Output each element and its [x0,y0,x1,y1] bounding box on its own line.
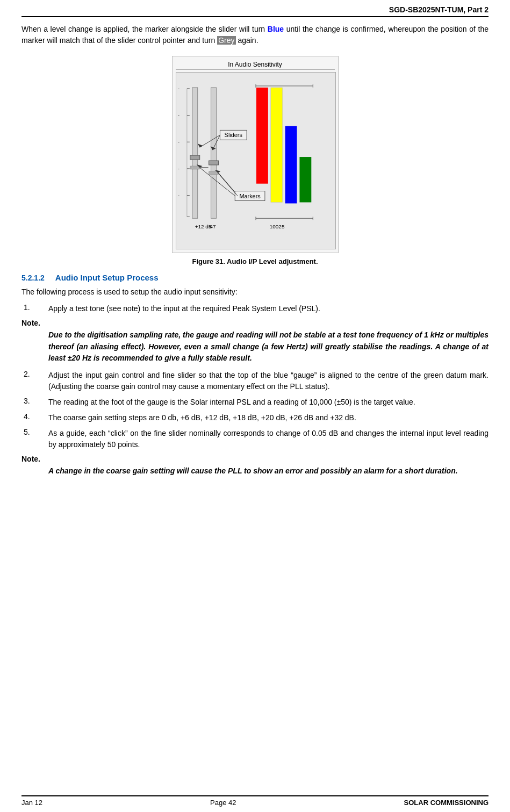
list-item: 1. Apply a test tone (see note) to the i… [21,303,489,314]
header-title: SGD-SB2025NT-TUM, Part 2 [389,5,489,14]
intro-paragraph: When a level change is applied, the mark… [21,24,489,46]
numbered-list-2: 2. Adjust the input gain control and fin… [21,370,489,450]
figure-svg: - - - - - [176,72,336,249]
grey-word: Grey [217,36,235,45]
svg-text:47: 47 [210,224,216,229]
list-content-1: Apply a test tone (see note) to the inpu… [48,303,489,314]
intro-text-after-grey: again. [236,36,258,45]
svg-text:-: - [177,139,179,145]
note2-body: A change in the coarse gain setting will… [48,465,489,477]
svg-text:-: - [177,113,179,118]
note1-label: Note. [21,319,489,327]
section-number: 5.2.1.2 [21,274,45,282]
intro-section-text: The following process is used to setup t… [21,286,489,298]
svg-text:Markers: Markers [239,193,261,199]
svg-rect-12 [192,88,197,218]
svg-text:Sliders: Sliders [224,132,242,138]
list-content-5: As a guide, each “click” on the fine sli… [48,428,489,450]
svg-text:10025: 10025 [269,224,284,229]
figure-caption: Figure 31. Audio I/P Level adjustment. [192,257,318,265]
note1-body: Due to the digitisation sampling rate, t… [48,329,489,364]
svg-rect-22 [285,126,297,203]
list-item-4: 4. The coarse gain setting steps are 0 d… [21,412,489,423]
svg-text:-: - [177,166,179,171]
footer-bar: Jan 12 Page 42 SOLAR COMMISSIONING [21,795,489,807]
svg-rect-14 [190,166,199,169]
page: SGD-SB2025NT-TUM, Part 2 When a level ch… [0,0,510,812]
blue-word: Blue [268,25,284,33]
section-heading: 5.2.1.2 Audio Input Setup Process [21,273,489,282]
figure-container: In Audio Sensitivity - - - - - [21,56,489,265]
list-content-3: The reading at the foot of the gauge is … [48,397,489,408]
svg-rect-16 [211,88,216,218]
note2-label: Note. [21,455,489,463]
svg-rect-23 [299,157,311,202]
svg-marker-33 [197,143,203,147]
list-content-4: The coarse gain setting steps are 0 db, … [48,412,489,423]
svg-rect-13 [190,155,199,160]
svg-rect-17 [209,161,218,165]
list-num-4: 4. [21,412,48,421]
list-item-3: 3. The reading at the foot of the gauge … [21,397,489,408]
list-num-1: 1. [21,303,48,312]
list-item-5: 5. As a guide, each “click” on the fine … [21,428,489,450]
svg-rect-20 [256,88,268,184]
list-num-2: 2. [21,370,48,378]
figure-title-bar: In Audio Sensitivity [176,60,335,70]
svg-text:-: - [177,86,179,91]
intro-text-before-blue: When a level change is applied, the mark… [21,25,268,33]
footer-right: SOLAR COMMISSIONING [404,799,489,807]
header-bar: SGD-SB2025NT-TUM, Part 2 [21,5,489,17]
list-num-3: 3. [21,397,48,405]
list-num-5: 5. [21,428,48,436]
list-content-2: Adjust the input gain control and fine s… [48,370,489,392]
svg-rect-21 [270,88,282,203]
svg-text:-: - [177,193,179,198]
section-title: Audio Input Setup Process [55,273,159,282]
footer-center: Page 42 [210,799,236,807]
list-item-2: 2. Adjust the input gain control and fin… [21,370,489,392]
numbered-list: 1. Apply a test tone (see note) to the i… [21,303,489,314]
footer-left: Jan 12 [21,799,42,807]
